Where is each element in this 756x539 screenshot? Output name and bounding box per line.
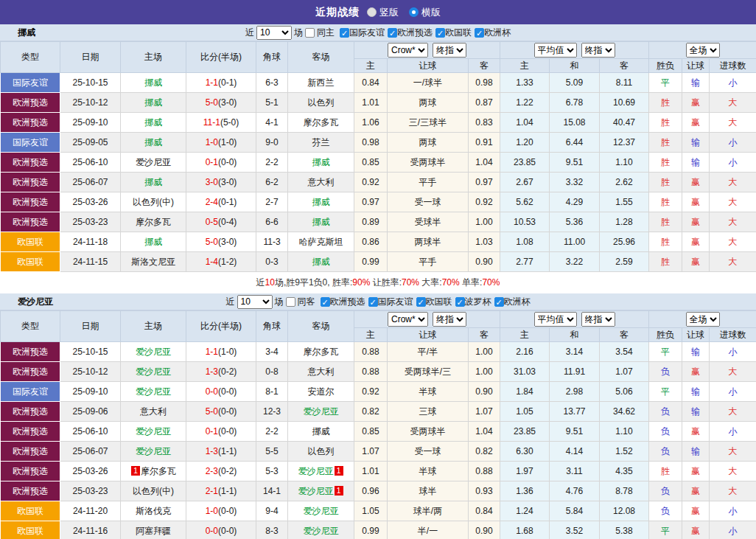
match-type-cell: 欧洲预选 <box>1 93 60 113</box>
col-header-date: 日期 <box>60 42 121 73</box>
home-team-cell: 斯洛伐克 <box>121 501 186 521</box>
odds-away-cell: 1.00 <box>469 362 500 382</box>
avg-final-select[interactable]: 终指 <box>581 43 615 58</box>
table-row: 欧洲预选25-10-12挪威5-0(3-0)5-1以色列1.01两球0.871.… <box>1 93 756 113</box>
competition-checkbox[interactable]: ✓ <box>416 297 426 307</box>
full-time-score: 5-0 <box>206 97 218 108</box>
vertical-layout-radio[interactable] <box>367 7 377 17</box>
away-team-name: 意大利 <box>308 177 335 187</box>
match-type-cell: 欧洲预选 <box>1 362 60 382</box>
competition-checkbox[interactable]: ✓ <box>475 28 484 38</box>
handicap-result-cell: 赢 <box>682 462 710 481</box>
odds-final-select[interactable]: 终指 <box>433 43 466 58</box>
odds-away-cell: 0.93 <box>469 481 500 501</box>
match-count-select[interactable]: 10 <box>237 295 273 309</box>
away-team-cell: 芬兰 <box>288 133 354 153</box>
home-team-name: 挪威 <box>144 97 162 108</box>
avg-draw-cell: 3.11 <box>550 462 600 481</box>
competition-label: 欧洲预选 <box>397 27 433 39</box>
handicap-result-cell: 输 <box>682 342 710 362</box>
odds-away-cell: 1.00 <box>469 212 500 232</box>
scope-select[interactable]: 全场 <box>686 312 720 327</box>
same-venue-checkbox[interactable] <box>305 28 315 38</box>
away-team-cell: 意大利 <box>288 173 354 192</box>
corner-cell: 11-3 <box>256 232 288 252</box>
wdl-result-cell: 胜 <box>649 93 682 113</box>
half-time-score: (1-1) <box>218 486 237 496</box>
summary-segment: 90% <box>352 277 370 288</box>
filter-near-label: 近 <box>226 296 235 308</box>
away-team-cell: 安道尔 <box>288 382 354 402</box>
table-row: 欧国联24-11-20斯洛伐克1-0(0-0)9-4爱沙尼亚1.05球半/两0.… <box>1 501 756 521</box>
odds-home-cell: 0.99 <box>354 521 388 539</box>
summary-segment: 70% <box>442 277 460 288</box>
home-team-cell: 爱沙尼亚 <box>121 362 186 382</box>
half-time-score: (5-0) <box>220 117 239 128</box>
odds-away-cell: 0.83 <box>469 113 500 133</box>
match-count-select[interactable]: 10 <box>256 26 292 40</box>
score-cell: 1-0(0-0) <box>186 501 256 521</box>
table-row: 欧洲预选25-03-23摩尔多瓦0-5(0-4)6-6挪威0.89受球半1.00… <box>1 212 756 232</box>
competition-checkbox[interactable]: ✓ <box>321 297 330 307</box>
odds-away-cell: 0.91 <box>469 133 500 153</box>
competition-label: 国际友谊 <box>378 296 413 308</box>
filter-near-label: 近 <box>245 27 254 39</box>
home-team-cell: 以色列(中) <box>121 192 186 212</box>
competition-checkbox[interactable]: ✓ <box>435 28 445 38</box>
handicap-cell: 受一球 <box>388 442 469 462</box>
score-cell: 0-0(0-0) <box>186 521 256 539</box>
horizontal-layout-radio[interactable] <box>409 7 419 17</box>
odds-final-select[interactable]: 终指 <box>433 312 466 327</box>
table-row: 欧洲预选25-03-26以色列(中)2-4(0-1)2-7挪威0.97受一球0.… <box>1 192 756 212</box>
odds-source-select[interactable]: Crow* <box>388 43 428 58</box>
col-header-handicap-result: 让球 <box>682 328 710 342</box>
handicap-cell: 平/半 <box>388 342 469 362</box>
half-time-score: (0-0) <box>218 506 237 516</box>
away-team-name: 安道尔 <box>308 386 335 397</box>
odds-source-select[interactable]: Crow* <box>388 312 428 327</box>
col-header-handicap: 让球 <box>388 328 469 342</box>
corner-cell: 2-7 <box>256 192 288 212</box>
avg-away-cell: 2.59 <box>600 252 649 272</box>
handicap-result-cell: 赢 <box>682 232 710 252</box>
competition-checkbox[interactable]: ✓ <box>455 297 465 307</box>
match-type-cell: 欧国联 <box>1 252 60 272</box>
competition-label: 欧洲杯 <box>484 27 511 39</box>
corner-cell: 5-1 <box>256 93 288 113</box>
table-row: 欧洲预选25-03-23以色列(中)2-1(1-1)14-1爱沙尼亚10.96球… <box>1 481 756 501</box>
competition-checkbox[interactable]: ✓ <box>494 297 504 307</box>
scope-select[interactable]: 全场 <box>686 43 720 58</box>
competition-checkbox[interactable]: ✓ <box>340 28 349 38</box>
date-cell: 24-11-18 <box>60 232 121 252</box>
avg-final-select[interactable]: 终指 <box>581 312 615 327</box>
date-cell: 25-09-10 <box>60 382 121 402</box>
same-venue-checkbox[interactable] <box>286 297 295 307</box>
avg-draw-cell: 3.52 <box>550 521 600 539</box>
avg-source-select[interactable]: 平均值 <box>534 312 577 327</box>
half-time-score: (0-0) <box>218 426 237 437</box>
avg-away-cell: 1.07 <box>600 362 649 382</box>
goals-result-cell: 小 <box>710 382 756 402</box>
score-cell: 0-1(0-0) <box>186 153 256 173</box>
away-team-cell: 挪威 <box>288 212 354 232</box>
handicap-result-cell: 赢 <box>682 93 710 113</box>
team-section: 爱沙尼亚 近 10 场 同客 ✓欧洲预选✓国际友谊✓欧国联✓波罗杯✓欧洲杯 类型 <box>0 293 756 539</box>
table-row: 欧洲预选25-06-07挪威3-0(3-0)6-2意大利0.92平手0.972.… <box>1 173 756 192</box>
handicap-cell: 球半 <box>388 481 469 501</box>
competition-label: 欧洲杯 <box>504 296 531 308</box>
avg-away-cell: 1.10 <box>600 153 649 173</box>
avg-source-select[interactable]: 平均值 <box>534 43 577 58</box>
away-team-name: 哈萨克斯坦 <box>299 237 343 247</box>
odds-away-cell: 0.82 <box>469 442 500 462</box>
col-header-avg-home: 主 <box>500 59 550 73</box>
page: 近期战绩 竖版 横版 挪威 近 10 场 同主 ✓国际友谊✓欧洲预选✓欧国联✓欧… <box>0 0 756 539</box>
competition-checkbox[interactable]: ✓ <box>368 297 378 307</box>
competition-checkbox[interactable]: ✓ <box>388 28 397 38</box>
col-header-corner: 角球 <box>256 311 288 342</box>
score-cell: 2-1(1-1) <box>186 481 256 501</box>
home-team-cell: 爱沙尼亚 <box>121 153 186 173</box>
radio-item-horizontal: 横版 <box>409 6 441 19</box>
col-header-odds-away: 客 <box>469 59 500 73</box>
home-team-name: 挪威 <box>144 117 162 128</box>
odds-away-cell: 0.88 <box>469 462 500 481</box>
